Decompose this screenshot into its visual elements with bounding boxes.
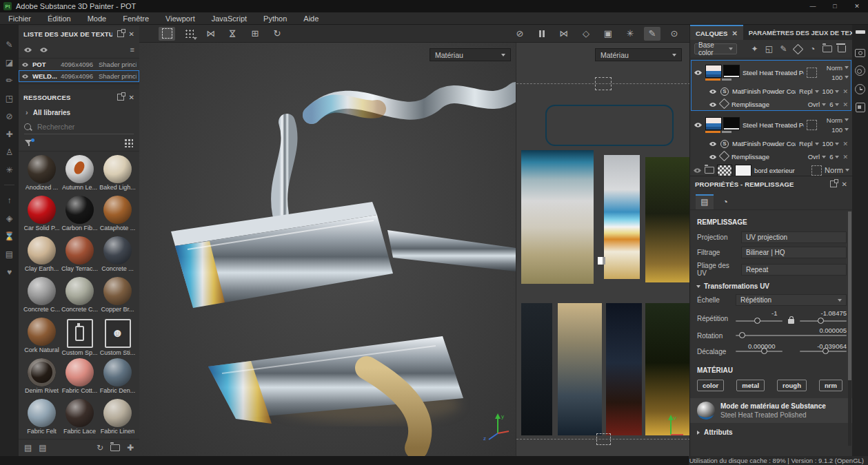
layer-mask[interactable]	[807, 120, 817, 130]
import-resources-icon[interactable]: ▤	[24, 443, 32, 453]
resource-item[interactable]: Concrete ...	[99, 236, 137, 275]
resource-item[interactable]: Concrete C...	[61, 277, 99, 316]
opacity-dropdown[interactable]: 100	[822, 140, 840, 147]
shader-dropdown-3d[interactable]: Matériau	[430, 48, 511, 61]
repetition-y-slider[interactable]	[800, 320, 847, 322]
layer-mask[interactable]	[807, 68, 817, 78]
resource-item[interactable]: Clay Earth...	[23, 236, 61, 275]
resource-item[interactable]: Fabric Cott...	[61, 358, 99, 397]
opacity-dropdown[interactable]: 6	[829, 153, 839, 161]
uv-tile-handle[interactable]	[596, 433, 611, 445]
library-selector[interactable]: › All libraries	[19, 105, 139, 120]
resources-updater-icon[interactable]: ▤	[4, 248, 15, 260]
panel-drag-handle[interactable]	[856, 30, 865, 34]
remove-layer-icon[interactable]: ✕	[842, 101, 848, 108]
marquee-tool-icon[interactable]	[159, 27, 175, 41]
toggle-all-visibility-icon[interactable]	[23, 47, 32, 53]
repetition-x-slider[interactable]	[736, 320, 783, 322]
popout-icon[interactable]	[117, 94, 124, 101]
eye-icon[interactable]	[21, 74, 29, 79]
history-icon[interactable]	[855, 84, 865, 94]
resource-item[interactable]: Clay Terrac...	[61, 236, 99, 275]
resource-item[interactable]: Denim Rivet	[23, 358, 61, 397]
resource-item[interactable]: Cataphote ...	[99, 196, 137, 234]
close-icon[interactable]: ✕	[846, 0, 868, 12]
resource-item[interactable]: Fabric Linen	[99, 399, 137, 437]
blend-mode-dropdown[interactable]: Norm	[825, 166, 849, 174]
minimize-icon[interactable]: —	[802, 0, 824, 12]
menu-fichier[interactable]: Fichier	[0, 14, 39, 23]
echelle-dropdown[interactable]: Répétition	[736, 294, 847, 306]
particles-tool-icon[interactable]: ✳	[4, 164, 15, 176]
resource-item[interactable]: Fabric Den...	[99, 358, 137, 397]
paint-tool-icon[interactable]: ✎	[4, 39, 15, 50]
close-icon[interactable]: ✕	[731, 30, 737, 37]
shader-dropdown-2d[interactable]: Matériau	[595, 48, 682, 61]
resource-item[interactable]: Baked Ligh...	[99, 155, 137, 194]
rotation-slider[interactable]	[736, 335, 847, 336]
resource-item[interactable]: Custom Sp...	[61, 318, 99, 356]
particles-mode-icon[interactable]: ✳	[622, 27, 638, 41]
properties-scrollbar[interactable]	[848, 211, 851, 446]
lazy-mouse-off-icon[interactable]: ⊘	[512, 27, 528, 41]
eye-icon[interactable]	[694, 70, 703, 76]
eye-icon[interactable]	[709, 89, 717, 94]
bake-icon[interactable]: ⌛	[4, 230, 15, 242]
resource-item[interactable]: Fabric Lace	[61, 399, 99, 437]
decalage-y-slider[interactable]	[800, 351, 847, 352]
layer-row[interactable]: S MatFinish Powder Coated Repl 100 ✕	[691, 137, 851, 150]
eye-icon[interactable]	[21, 62, 29, 68]
uv-tile-handle[interactable]	[595, 77, 612, 90]
resource-item[interactable]: Car Solid P...	[23, 196, 61, 234]
menu-javascript[interactable]: JavaScript	[203, 14, 255, 23]
close-icon[interactable]: ✕	[129, 30, 134, 38]
visibility-icon[interactable]	[39, 47, 48, 53]
popout-icon[interactable]	[830, 180, 837, 187]
shelf-icon[interactable]	[856, 103, 865, 112]
menu-mode[interactable]: Mode	[79, 14, 115, 23]
smart-material-icon[interactable]: ✦	[748, 43, 761, 55]
resource-item[interactable]: Anodized ...	[23, 155, 61, 194]
remove-layer-icon[interactable]: ✕	[842, 88, 848, 95]
favorites-icon[interactable]: ♥	[4, 266, 15, 278]
menu-python[interactable]: Python	[255, 14, 295, 23]
reset-view-icon[interactable]: ↻	[269, 27, 285, 41]
menu-viewport[interactable]: Viewport	[157, 14, 203, 23]
render-camera-icon[interactable]	[855, 49, 865, 57]
layer-group-header[interactable]: Steel Heat Treated Polished Norm 100	[691, 112, 851, 137]
blend-mode-dropdown[interactable]: Ovrl	[808, 153, 826, 161]
attributs-section[interactable]: Attributs	[697, 428, 847, 436]
polygon-fill-tool-icon[interactable]: ◳	[4, 92, 15, 104]
blend-mode-dropdown[interactable]: Repl	[799, 87, 819, 95]
menu-edition[interactable]: Édition	[39, 14, 79, 23]
blend-mode-dropdown[interactable]: Norm	[827, 64, 849, 72]
viewport-2d[interactable]: Matériau v	[516, 43, 689, 456]
layer-group-header[interactable]: Steel Heat Treated Polished Norm 100	[691, 60, 851, 85]
remove-layer-icon[interactable]: ✕	[842, 154, 848, 161]
folder-icon[interactable]	[110, 444, 120, 451]
filter-icon[interactable]	[25, 139, 32, 146]
channel-color[interactable]: color	[697, 380, 724, 391]
opacity-dropdown[interactable]: 100	[831, 126, 849, 134]
opacity-dropdown[interactable]: 100	[831, 74, 849, 81]
opacity-dropdown[interactable]: 6	[829, 101, 839, 108]
stamp-tool-icon[interactable]: ♙	[4, 146, 15, 158]
layer-row[interactable]: Remplissage Ovrl 6 ✕	[691, 150, 851, 163]
channel-nrm[interactable]: nrm	[819, 380, 842, 391]
add-paint-layer-icon[interactable]: ✎	[777, 43, 790, 55]
grid-view-icon[interactable]	[124, 138, 133, 147]
clone-tool-icon[interactable]: ✚	[4, 128, 15, 140]
channel-rough[interactable]: rough	[777, 380, 807, 391]
tile-options-icon[interactable]	[181, 27, 197, 41]
focus-frame-icon[interactable]: ⊞	[247, 27, 263, 41]
paint-mode-icon[interactable]: ✎	[644, 27, 660, 41]
channel-metal[interactable]: metal	[736, 380, 765, 391]
filter-list-icon[interactable]: ≡	[130, 45, 134, 54]
remove-layer-icon[interactable]: ✕	[842, 141, 848, 147]
delete-layer-icon[interactable]	[835, 43, 848, 55]
assets-icon[interactable]: ◈	[4, 212, 15, 224]
add-smart-mask-icon[interactable]: ◔	[806, 43, 819, 55]
resource-item[interactable]: Cork Natural	[23, 318, 61, 356]
channel-filter-dropdown[interactable]: Base color	[694, 43, 737, 54]
resource-item[interactable]: ☻Custom Sti...	[99, 318, 137, 356]
